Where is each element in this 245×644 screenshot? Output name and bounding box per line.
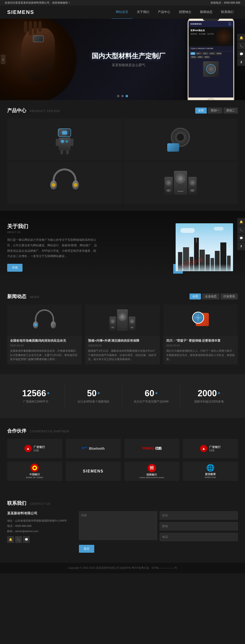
sidebar-chat[interactable]: 💬 [237,50,245,58]
cgb-icon-1: ▲ [24,445,31,452]
tab-1[interactable]: 类别一 [208,108,222,114]
cmb-zh: 招商银行 [140,473,164,476]
partner-cgb-1[interactable]: ▲ 广发银行 CGB [7,439,62,458]
boc-icon [30,464,39,472]
about-text: 我们是一家以网站设计开发推广为核心的专注于互联网领域的高科技公司，公司主要业务为… [7,237,98,259]
dot-2[interactable] [121,95,124,97]
news-date-1: 2020-03-04 [10,344,79,347]
products-title-en: PRODUCT CENTER [30,110,60,113]
news-desc-2: 据报道于2月11日，国家农业农村部数据显示全国大约117个城市的生猪平均场格价，… [88,349,157,362]
news-tab-company[interactable]: 企业动态 [202,294,219,300]
youku-name: YOUKU [142,446,154,450]
product-img-headphones [49,168,80,197]
top-bar: 欢迎访问某某某某科技新材料有限公司，祝您体验愉快！ 热线电话：4008-888-… [0,0,245,6]
partner-weibo[interactable]: 🌐 新浪微博 weibo.com [183,462,238,481]
nav-recruit[interactable]: 招贤纳士 [175,6,196,19]
sidebar-up[interactable]: ⬆ [237,58,245,66]
product-card-2[interactable] [123,118,238,160]
partner-siemens[interactable]: SIEMENS [66,462,121,481]
cmb-en: CHINA MERCHANTS BANK [140,476,164,479]
header: SIEMENS 网站首页 关于我们 产品中心 招贤纳士 新闻动态 联系我们 [0,6,245,19]
partners-title-en: COOPERATIVE PARTNER [30,430,69,433]
partner-cgb-2[interactable]: ▲ 广发银行 CGB [183,439,238,458]
contact-header: 联系我们 CONTACT US [7,500,238,506]
submit-btn[interactable]: 提交 [79,545,94,553]
news-img-3 [163,304,238,336]
boc-zh: 中国银行 [26,473,43,476]
product-img-robot [58,128,71,151]
stat-plus-2: + [97,390,100,396]
stat-num-3: 60 [145,388,154,398]
cgb-sub-2: CGB [209,449,221,452]
products-grid [7,118,238,204]
news-img-1 [7,304,82,336]
news-tab-industry[interactable]: 行业资讯 [221,294,238,300]
hero-prev-arrow[interactable]: ‹ [1,54,5,64]
tab-2[interactable]: 类别二 [224,108,238,114]
dot-1[interactable] [117,95,119,97]
nav-news[interactable]: 新闻动态 [196,6,217,19]
news-card-2[interactable]: 预储+内增+外调 湖北猪肉供应有保障 2020-03-04 据报道于2月11日，… [85,304,160,364]
news-title-zh: 新闻动态 [7,294,26,299]
stat-3: 60 + 自主生产开发完整产品60种 [122,384,180,408]
sidebar-bell[interactable]: 🔔 [237,34,245,42]
contact-phone-btn[interactable]: 📞 [15,536,22,543]
contact-icon-btns: 🔔 📞 💬 [7,536,74,543]
news-card-3[interactable]: 四川："荣篮子" 要提得稳 还要装得丰富 2020-03-04 我们大力做好疫情… [163,304,238,364]
partner-bluetooth[interactable]: ⬿ Bluetooth [66,439,121,458]
form-content[interactable] [79,511,157,540]
siemens-logo: SIEMENS [83,469,104,474]
cgb-sub-1: CGB [33,449,45,452]
product-card-4[interactable] [123,162,238,204]
sidebar-phone[interactable]: 📞 [237,42,245,50]
partner-cmb[interactable]: 招 招商银行 CHINA MERCHANTS BANK [124,462,180,481]
footer-text: Copyright © 2002-2020 某某新材料有限公司 版权所有 粤IC… [68,566,177,569]
hero-section: 国内大型材料生产定制厂 某某智能就是这么霸气 SIEMENS ☰ 世界500强企… [0,19,245,100]
about-section: 关于我们 ABOUT US 我们是一家以网站设计开发推广为核心的专注于互联网领域… [0,211,245,284]
products-tabs: 全部 类别一 类别二 [195,108,238,114]
partners-grid: ▲ 广发银行 CGB ⬿ Bluetooth YOUKU 优酷 [7,439,238,481]
nav-contact[interactable]: 联系我们 [217,6,238,19]
nav-home[interactable]: 网站首页 [111,6,133,19]
nav-products[interactable]: 产品中心 [154,6,175,19]
cgb-name-2: 广发银行 [209,445,221,449]
dot-3[interactable] [126,95,128,97]
palm-device [33,36,44,42]
youku-sub: 优酷 [155,446,162,450]
news-card-1[interactable]: 全国各地市场禽面酱鸡肉深加供应总休充 2020-03-04 全国各地市禽面酱鸡肉… [7,304,82,364]
form-phone[interactable] [160,533,238,541]
bluetooth-name: Bluetooth [89,446,105,450]
hero-dots [117,95,128,97]
news-title-3: 四川："荣篮子" 要提得稳 还要装得丰富 [166,338,235,343]
news-date-3: 2020-03-04 [166,344,235,347]
partner-youku[interactable]: YOUKU 优酷 [124,439,180,458]
main-nav: 网站首页 关于我们 产品中心 招贤纳士 新闻动态 联系我们 [111,6,238,19]
form-email[interactable] [160,522,238,530]
phone-banner: 世界500强企业 某某科技，专注智能，专注开发 [189,27,233,46]
news-tab-all[interactable]: 全部 [190,294,201,300]
product-card-1[interactable] [7,118,122,160]
news-desc-1: 全国各地市禽面酱鸡肉深加供应总休充，行情基本面看好，以大型禽肉加工企业为主体，主… [10,349,79,362]
welcome-text: 欢迎访问某某某某科技新材料有限公司，祝您体验愉快！ [5,1,71,4]
stat-plus-3: + [155,390,158,396]
stat-num-2: 50 [87,388,97,398]
about-content: 关于我们 ABOUT US 我们是一家以网站设计开发推广为核心的专注于互联网领域… [7,223,168,272]
contact-bell-btn[interactable]: 🔔 [7,536,14,543]
news-tabs: 全部 企业动态 行业资讯 [190,294,238,300]
stat-label-4: 国家专利超过2000多项 [185,400,233,404]
logo: SIEMENS [7,9,34,15]
phone-home [207,98,216,100]
contact-chat-btn[interactable]: 💬 [23,536,30,543]
stat-label-3: 自主生产开发完整产品60种 [127,400,175,404]
tab-all[interactable]: 全部 [195,108,207,114]
nav-about[interactable]: 关于我们 [133,6,154,19]
form-name[interactable] [160,511,238,520]
contact-form: 提交 [79,511,238,553]
partner-boc[interactable]: 中国银行 BANK OF CHINA [7,462,62,481]
stat-num-1: 12566 [22,388,46,398]
partners-section: 合作伙伴 COOPERATIVE PARTNER ▲ 广发银行 CGB ⬿ Bl… [0,418,245,490]
weibo-icon: 🌐 [206,464,215,472]
product-card-3[interactable] [7,162,122,204]
phone-menu-icon: ☰ [228,22,231,26]
about-detail-btn[interactable]: 详情 [7,264,22,272]
